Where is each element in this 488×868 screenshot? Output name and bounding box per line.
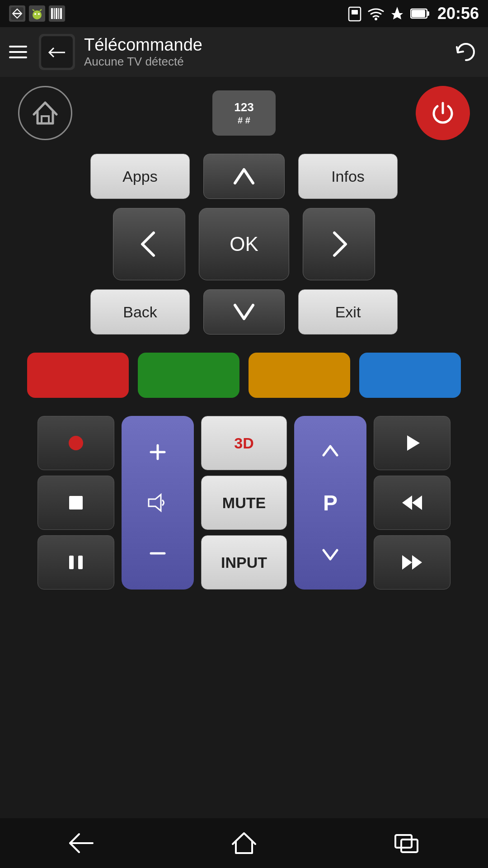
numeric-button[interactable]: 123 # # <box>212 90 276 136</box>
nav-recents-button[interactable] <box>380 825 434 861</box>
nav-back-button[interactable] <box>54 825 108 861</box>
3d-label: 3D <box>234 434 253 452</box>
app-title: Télécommande <box>84 35 452 55</box>
playback-controls <box>38 416 114 590</box>
status-bar-right: 20:56 <box>348 4 479 23</box>
svg-point-16 <box>375 18 377 20</box>
exit-button[interactable]: Exit <box>298 289 398 335</box>
svg-point-23 <box>69 436 83 450</box>
media-controls-row: 3D MUTE INPUT P <box>18 416 470 590</box>
svg-marker-29 <box>149 495 161 511</box>
row-back-exit: Back Exit <box>18 289 470 335</box>
svg-rect-19 <box>412 10 425 17</box>
svg-rect-26 <box>78 556 83 569</box>
infos-button[interactable]: Infos <box>298 154 398 199</box>
ok-label: OK <box>230 233 258 255</box>
svg-marker-35 <box>402 555 412 570</box>
power-button[interactable] <box>416 86 470 140</box>
color-green-button[interactable] <box>138 353 239 398</box>
stop-button[interactable] <box>38 476 114 530</box>
menu-bar-1 <box>9 46 27 47</box>
row-dpad: OK <box>18 208 470 280</box>
left-button[interactable] <box>113 208 185 280</box>
app-icon-android <box>29 5 45 22</box>
svg-rect-11 <box>56 8 57 19</box>
app-logo-inner <box>41 36 73 68</box>
volume-down-button[interactable] <box>122 517 194 590</box>
rewind-button[interactable] <box>374 476 450 530</box>
airplane-icon <box>390 6 404 21</box>
color-buttons-row <box>18 348 470 402</box>
menu-button[interactable] <box>9 41 32 63</box>
svg-line-7 <box>33 9 34 11</box>
apps-button[interactable]: Apps <box>90 154 190 199</box>
down-button[interactable] <box>203 289 285 335</box>
svg-line-8 <box>40 9 42 11</box>
nav-bar <box>0 818 488 868</box>
nav-home-button[interactable] <box>217 825 271 861</box>
color-red-button[interactable] <box>27 353 129 398</box>
volume-up-button[interactable] <box>122 416 194 488</box>
status-bar-left <box>9 5 348 22</box>
svg-point-5 <box>34 13 36 15</box>
right-button[interactable] <box>303 208 375 280</box>
refresh-button[interactable] <box>452 38 479 66</box>
svg-rect-38 <box>401 840 418 852</box>
row-top: 123 # # <box>18 86 470 140</box>
home-button[interactable] <box>18 86 72 140</box>
app-icon-remote <box>9 5 25 22</box>
svg-rect-12 <box>58 8 59 19</box>
svg-rect-18 <box>427 11 429 16</box>
exit-label: Exit <box>335 303 361 321</box>
app-logo <box>39 34 75 70</box>
svg-rect-9 <box>51 8 53 19</box>
pause-button[interactable] <box>38 535 114 590</box>
input-label: INPUT <box>221 554 267 571</box>
sim-icon <box>348 5 361 22</box>
special-controls: 3D MUTE INPUT <box>201 416 287 590</box>
app-header: Télécommande Aucune TV détecté <box>0 27 488 77</box>
color-blue-button[interactable] <box>359 353 461 398</box>
svg-rect-10 <box>54 8 55 19</box>
app-subtitle: Aucune TV détecté <box>84 55 452 69</box>
svg-marker-31 <box>407 435 420 451</box>
status-bar: 20:56 <box>0 0 488 27</box>
fast-forward-button[interactable] <box>374 535 450 590</box>
up-button[interactable] <box>203 154 285 199</box>
numeric-label: 123 <box>234 100 253 114</box>
record-button[interactable] <box>38 416 114 470</box>
app-icon-barcode <box>49 5 65 22</box>
back-label: Back <box>123 303 157 321</box>
svg-rect-24 <box>69 496 83 509</box>
ok-button[interactable]: OK <box>199 208 289 280</box>
wifi-icon <box>368 7 384 20</box>
volume-control <box>122 416 194 590</box>
volume-icon <box>122 488 194 517</box>
mute-button[interactable]: MUTE <box>201 476 287 530</box>
svg-marker-33 <box>412 495 422 510</box>
channel-down-button[interactable] <box>294 520 366 590</box>
menu-bar-2 <box>9 51 27 53</box>
back-button[interactable]: Back <box>90 289 190 335</box>
channel-control: P <box>294 416 366 590</box>
color-yellow-button[interactable] <box>249 353 350 398</box>
status-time: 20:56 <box>437 4 479 23</box>
3d-button[interactable]: 3D <box>201 416 287 470</box>
remote-body: 123 # # Apps Infos <box>0 77 488 599</box>
channel-label: P <box>294 486 366 520</box>
play-button[interactable] <box>374 416 450 470</box>
svg-rect-15 <box>352 10 358 14</box>
row-apps-infos: Apps Infos <box>18 154 470 199</box>
app-title-block: Télécommande Aucune TV détecté <box>84 35 452 69</box>
svg-point-6 <box>38 13 40 15</box>
battery-icon <box>410 8 430 19</box>
transport-controls <box>374 416 450 590</box>
input-button[interactable]: INPUT <box>201 535 287 590</box>
svg-rect-13 <box>60 8 62 19</box>
svg-rect-37 <box>395 835 412 848</box>
svg-rect-25 <box>69 556 74 569</box>
channel-up-button[interactable] <box>294 416 366 486</box>
infos-label: Infos <box>331 168 365 185</box>
apps-label: Apps <box>122 168 158 185</box>
system-icons <box>348 5 430 22</box>
